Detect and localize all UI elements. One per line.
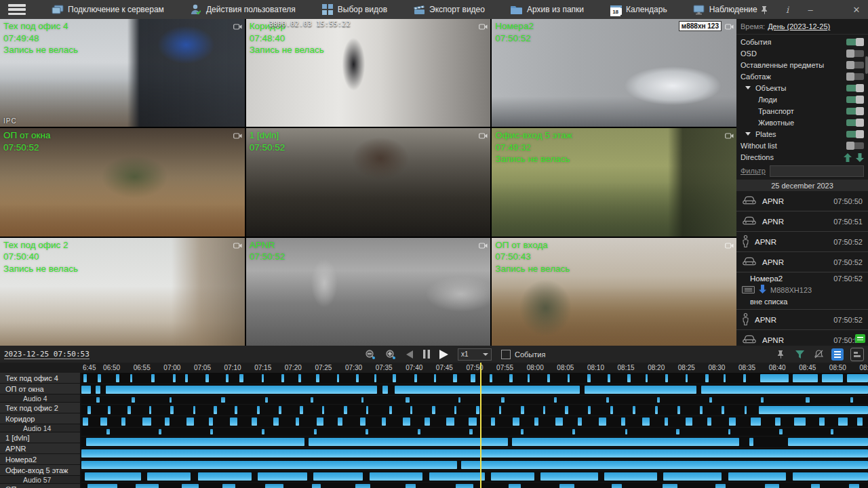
timeline-track-1[interactable] bbox=[81, 373, 868, 384]
pin-icon[interactable] bbox=[760, 5, 769, 14]
toggle-switch-off[interactable] bbox=[846, 62, 864, 68]
timeline-panel-toggle-icon[interactable] bbox=[850, 348, 864, 361]
pin-icon[interactable] bbox=[774, 348, 787, 361]
toggle-row-3[interactable]: Оставленные предметы bbox=[736, 59, 868, 70]
toggle-row-2[interactable]: OSD bbox=[736, 47, 868, 59]
close-button[interactable]: ✕ bbox=[852, 5, 861, 14]
camera-menu-icon[interactable] bbox=[725, 130, 734, 142]
notifications-icon[interactable] bbox=[812, 348, 825, 361]
playback-speed-select[interactable]: x1 bbox=[458, 348, 492, 361]
event-label: APNR bbox=[755, 316, 828, 324]
maximize-button[interactable] bbox=[829, 5, 838, 14]
toggle-switch-on[interactable] bbox=[846, 131, 864, 138]
toggle-row-10[interactable]: Without list bbox=[736, 140, 868, 151]
previous-frame-button[interactable] bbox=[406, 350, 414, 359]
toolbar-item-7[interactable]: Наблюдение bbox=[693, 0, 757, 19]
camera-menu-icon[interactable] bbox=[233, 130, 242, 142]
toggle-row-1[interactable]: События bbox=[736, 36, 868, 47]
timeline-track-3[interactable] bbox=[81, 396, 868, 405]
timeline-track-10[interactable] bbox=[81, 471, 868, 483]
camera-tile-9[interactable]: ОП от входа07:50:43Запись не велась bbox=[492, 238, 736, 346]
toggle-row-9[interactable]: Plates bbox=[736, 128, 868, 140]
camera-tile-4[interactable]: ОП от окна07:50:52 bbox=[0, 128, 245, 236]
toggle-switch-on[interactable] bbox=[846, 119, 864, 126]
play-button[interactable] bbox=[439, 350, 448, 359]
toggle-row-4[interactable]: Саботаж bbox=[736, 70, 868, 82]
toolbar-item-5[interactable]: Архив из папки bbox=[511, 0, 584, 19]
direction-up-icon[interactable] bbox=[844, 153, 852, 162]
toolbar-item-3[interactable]: Выбор видов bbox=[321, 0, 387, 19]
pause-button[interactable] bbox=[423, 350, 430, 359]
camera-menu-icon[interactable] bbox=[233, 240, 242, 252]
camera-tile-6[interactable]: Офис-вход 5 этаж07:49:32Запись не велась bbox=[492, 128, 736, 236]
minimize-button[interactable]: – bbox=[806, 5, 815, 14]
toolbar-item-1[interactable]: Подключение к серверам bbox=[52, 0, 164, 19]
timeline-track-2[interactable] bbox=[81, 384, 868, 396]
camera-tile-2[interactable]: Коридор07:48:40Запись не велась3800.02.0… bbox=[246, 19, 491, 127]
toolbar-item-6[interactable]: 18Календарь bbox=[610, 0, 667, 19]
toggle-switch-on[interactable] bbox=[846, 96, 864, 103]
time-range-link[interactable]: День (2023-12-25) bbox=[768, 22, 830, 30]
playhead[interactable] bbox=[480, 363, 481, 488]
event-row-plate[interactable]: Номера207:50:52M888XH123вне списка bbox=[736, 272, 868, 309]
timeline-track-7[interactable] bbox=[81, 436, 868, 448]
toggle-switch-off[interactable] bbox=[846, 73, 864, 80]
timeline-zoom-in-icon[interactable] bbox=[385, 349, 396, 360]
toggle-label: Without list bbox=[741, 142, 846, 150]
time-tick: 08:55 bbox=[859, 364, 868, 371]
archive-segment bbox=[811, 484, 820, 488]
timeline-zoom-out-icon[interactable] bbox=[365, 349, 376, 360]
plate-list-icon[interactable] bbox=[855, 334, 865, 343]
toggle-row-5[interactable]: Объекты bbox=[736, 82, 868, 94]
main-menu-icon[interactable] bbox=[8, 4, 26, 15]
toggle-switch-on[interactable] bbox=[846, 85, 864, 92]
camera-menu-icon[interactable] bbox=[479, 21, 488, 33]
timeline-track-11[interactable] bbox=[81, 483, 868, 488]
filter-input[interactable] bbox=[770, 165, 864, 177]
direction-down-icon[interactable] bbox=[856, 153, 864, 162]
camera-menu-icon[interactable] bbox=[479, 130, 488, 142]
camera-tile-8[interactable]: APNR07:50:52 bbox=[246, 238, 491, 346]
camera-menu-icon[interactable] bbox=[233, 21, 242, 33]
event-row[interactable]: APNR07:50:52 bbox=[736, 231, 868, 251]
camera-menu-icon[interactable] bbox=[479, 240, 488, 252]
timeline-ruler[interactable]: 6:4506:5006:5507:0007:0507:1007:1507:200… bbox=[0, 363, 868, 373]
chevron-down-icon[interactable] bbox=[745, 86, 751, 89]
timeline-track-9[interactable] bbox=[81, 460, 868, 471]
event-row[interactable]: APNR07:50:51 bbox=[736, 211, 868, 231]
camera-tile-5[interactable]: 1 [dvln]07:50:52 bbox=[246, 128, 491, 236]
archive-segment bbox=[761, 397, 763, 403]
current-timestamp[interactable]: 2023-12-25 07:50:53 bbox=[4, 350, 90, 359]
camera-tile-1[interactable]: Тех под офис 407:49:48Запись не веласьIP… bbox=[0, 19, 245, 127]
events-panel-toggle-icon[interactable] bbox=[831, 348, 844, 361]
camera-tile-7[interactable]: Тех под офис 207:50:40Запись не велась bbox=[0, 238, 245, 346]
toggle-switch-off[interactable] bbox=[846, 142, 864, 149]
chevron-down-icon[interactable] bbox=[745, 132, 751, 136]
camera-menu-icon[interactable] bbox=[725, 21, 734, 33]
timeline-track-6[interactable] bbox=[81, 428, 868, 436]
info-icon[interactable]: i bbox=[783, 5, 792, 14]
toolbar-item-2[interactable]: Действия пользователя bbox=[190, 0, 296, 19]
toolbar-item-4[interactable]: Экспорт видео bbox=[413, 0, 485, 19]
filter-icon[interactable] bbox=[793, 348, 806, 361]
toggle-row-7[interactable]: Транспорт bbox=[736, 105, 868, 117]
archive-segment bbox=[214, 406, 217, 414]
timeline-track-5[interactable] bbox=[81, 416, 868, 428]
event-row[interactable]: APNR07:50:50 bbox=[736, 191, 868, 211]
archive-segment bbox=[540, 472, 598, 481]
camera-tile-3[interactable]: Номера207:50:52м888хн 123 bbox=[492, 19, 736, 127]
toggle-row-8[interactable]: Животные bbox=[736, 117, 868, 128]
events-checkbox[interactable]: События bbox=[501, 350, 545, 359]
event-row[interactable]: APNR07:50:52 bbox=[736, 251, 868, 272]
event-row[interactable]: APNR07:50:52 bbox=[736, 309, 868, 329]
archive-segment bbox=[81, 449, 868, 458]
timeline-track-8[interactable] bbox=[81, 448, 868, 460]
filter-label[interactable]: Фильтр bbox=[741, 167, 766, 175]
timeline-track-4[interactable] bbox=[81, 405, 868, 416]
toggle-row-6[interactable]: Люди bbox=[736, 94, 868, 105]
event-list-scrollbar[interactable] bbox=[865, 56, 868, 74]
toggle-switch-on[interactable] bbox=[846, 39, 864, 45]
toggle-switch-on[interactable] bbox=[846, 108, 864, 115]
camera-menu-icon[interactable] bbox=[725, 240, 734, 252]
toggle-switch-off[interactable] bbox=[846, 50, 864, 57]
